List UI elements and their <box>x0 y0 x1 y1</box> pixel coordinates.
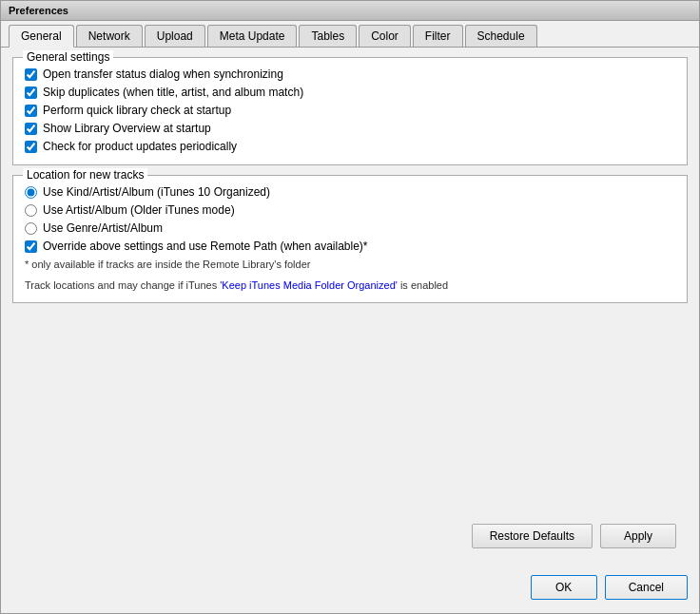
action-buttons: Restore Defaults Apply <box>12 516 688 556</box>
tab-meta-update[interactable]: Meta Update <box>207 25 298 47</box>
note-text-2-content: Track locations and may change if iTunes <box>25 279 220 291</box>
tab-bar: General Network Upload Meta Update Table… <box>1 21 699 48</box>
footer-buttons: OK Cancel <box>1 566 699 613</box>
note-text-2: Track locations and may change if iTunes… <box>25 279 675 291</box>
quick-library-checkbox[interactable] <box>25 105 37 117</box>
override-checkbox-row: Override above settings and use Remote P… <box>25 240 675 253</box>
quick-library-label: Perform quick library check at startup <box>43 104 231 117</box>
skip-duplicates-label: Skip duplicates (when title, artist, and… <box>43 86 303 99</box>
product-updates-checkbox[interactable] <box>25 141 37 153</box>
radio-row-2: Use Artist/Album (Older iTunes mode) <box>25 203 675 217</box>
ok-button[interactable]: OK <box>531 575 597 600</box>
library-overview-checkbox[interactable] <box>25 123 37 135</box>
content-area: General settings Open transfer status di… <box>1 48 699 566</box>
checkbox-row-4: Show Library Overview at startup <box>25 122 675 135</box>
kind-artist-album-radio[interactable] <box>25 186 37 199</box>
cancel-button[interactable]: Cancel <box>605 575 688 600</box>
checkbox-row-3: Perform quick library check at startup <box>25 104 675 117</box>
open-transfer-checkbox[interactable] <box>25 68 37 81</box>
location-settings-group: Location for new tracks Use Kind/Artist/… <box>12 175 688 303</box>
general-settings-group: General settings Open transfer status di… <box>12 57 688 165</box>
override-settings-label: Override above settings and use Remote P… <box>43 240 368 253</box>
genre-artist-album-label: Use Genre/Artist/Album <box>43 221 163 235</box>
tab-schedule[interactable]: Schedule <box>465 25 537 47</box>
note-text-1: * only available if tracks are inside th… <box>25 259 675 270</box>
window-title: Preferences <box>9 5 68 16</box>
tab-network[interactable]: Network <box>76 25 143 47</box>
genre-artist-album-radio[interactable] <box>25 222 37 235</box>
checkbox-row-2: Skip duplicates (when title, artist, and… <box>25 86 675 99</box>
restore-defaults-button[interactable]: Restore Defaults <box>472 524 593 548</box>
preferences-window: Preferences General Network Upload Meta … <box>0 0 700 614</box>
artist-album-radio[interactable] <box>25 204 37 217</box>
tab-general[interactable]: General <box>9 25 74 48</box>
radio-row-3: Use Genre/Artist/Album <box>25 221 675 235</box>
location-settings-label: Location for new tracks <box>23 168 147 182</box>
note-text-2-suffix: is enabled <box>398 279 448 291</box>
open-transfer-label: Open transfer status dialog when synchro… <box>43 67 283 81</box>
checkbox-row-5: Check for product updates periodically <box>25 140 675 153</box>
product-updates-label: Check for product updates periodically <box>43 140 237 153</box>
general-settings-label: General settings <box>23 50 113 64</box>
tab-filter[interactable]: Filter <box>413 25 463 47</box>
skip-duplicates-checkbox[interactable] <box>25 86 37 99</box>
override-settings-checkbox[interactable] <box>25 240 37 253</box>
tab-tables[interactable]: Tables <box>299 25 357 47</box>
title-bar: Preferences <box>1 1 699 21</box>
radio-row-1: Use Kind/Artist/Album (iTunes 10 Organiz… <box>25 185 675 199</box>
checkbox-row-1: Open transfer status dialog when synchro… <box>25 67 675 81</box>
itunes-link[interactable]: 'Keep iTunes Media Folder Organized' <box>220 279 398 291</box>
artist-album-label: Use Artist/Album (Older iTunes mode) <box>43 203 235 217</box>
tab-upload[interactable]: Upload <box>145 25 205 47</box>
tab-color[interactable]: Color <box>359 25 411 47</box>
library-overview-label: Show Library Overview at startup <box>43 122 211 135</box>
kind-artist-album-label: Use Kind/Artist/Album (iTunes 10 Organiz… <box>43 185 270 199</box>
apply-button[interactable]: Apply <box>600 524 676 548</box>
